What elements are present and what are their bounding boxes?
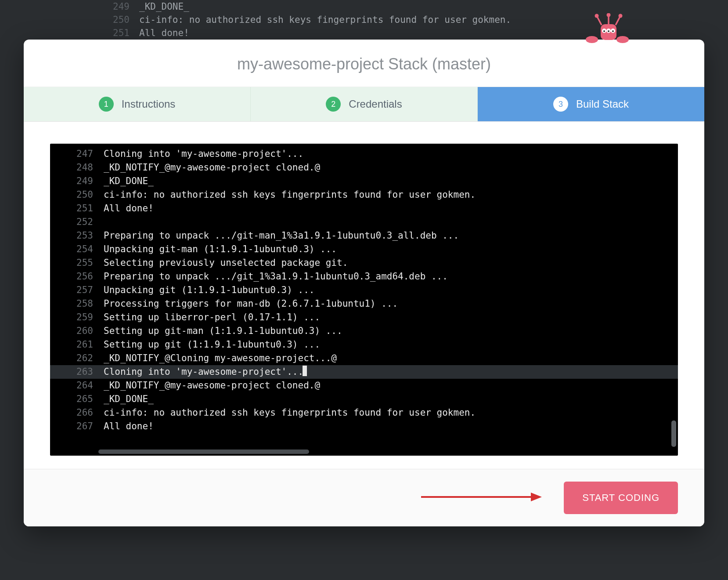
terminal-line: 254Unpacking git-man (1:1.9.1-1ubuntu0.3…: [50, 243, 678, 256]
terminal-line: 250ci-info: no authorized ssh keys finge…: [50, 188, 678, 202]
step-tabs: 1Instructions2Credentials3Build Stack: [24, 87, 704, 122]
step-tab-credentials[interactable]: 2Credentials: [251, 87, 478, 121]
terminal-line: 261Setting up git (1:1.9.1-1ubuntu0.3) .…: [50, 338, 678, 352]
build-terminal[interactable]: 247Cloning into 'my-awesome-project'...2…: [50, 144, 678, 456]
terminal-line: 262_KD_NOTIFY_@Cloning my-awesome-projec…: [50, 352, 678, 365]
terminal-line: 263Cloning into 'my-awesome-project'...: [50, 365, 678, 379]
svg-point-6: [607, 13, 611, 17]
terminal-line: 253Preparing to unpack .../git-man_1%3a1…: [50, 229, 678, 243]
terminal-line: 248_KD_NOTIFY_@my-awesome-project cloned…: [50, 161, 678, 174]
terminal-line: 249_KD_DONE_: [50, 174, 678, 188]
terminal-line: 247Cloning into 'my-awesome-project'...: [50, 147, 678, 161]
terminal-line: 257Unpacking git (1:1.9.1-1ubuntu0.3) ..…: [50, 283, 678, 297]
terminal-line: 252: [50, 215, 678, 229]
terminal-line: 264_KD_NOTIFY_@my-awesome-project cloned…: [50, 379, 678, 392]
svg-point-8: [619, 14, 623, 18]
svg-line-3: [597, 17, 602, 25]
svg-point-1: [616, 36, 629, 43]
svg-point-14: [612, 30, 614, 32]
vertical-scrollbar[interactable]: [671, 147, 676, 447]
terminal-line: 265_KD_DONE_: [50, 392, 678, 406]
mascot-icon: [577, 13, 638, 46]
start-coding-button[interactable]: START CODING: [564, 482, 678, 514]
step-label: Build Stack: [576, 98, 629, 110]
terminal-line: 260Setting up git-man (1:1.9.1-1ubuntu0.…: [50, 324, 678, 338]
terminal-line: 258Processing triggers for man-db (2.6.7…: [50, 297, 678, 311]
terminal-container: 247Cloning into 'my-awesome-project'...2…: [24, 122, 704, 469]
terminal-line: 259Setting up liberror-perl (0.17-1.1) .…: [50, 311, 678, 324]
modal-title: my-awesome-project Stack (master): [24, 40, 704, 87]
step-number: 3: [553, 97, 568, 112]
svg-marker-16: [531, 493, 542, 501]
svg-point-4: [595, 14, 599, 18]
svg-point-12: [603, 30, 605, 32]
terminal-line: 255Selecting previously unselected packa…: [50, 256, 678, 270]
svg-line-7: [616, 17, 620, 25]
step-label: Credentials: [349, 98, 402, 110]
modal-dialog: my-awesome-project Stack (master) 1Instr…: [24, 40, 704, 526]
step-label: Instructions: [122, 98, 176, 110]
modal-footer: START CODING: [24, 469, 704, 526]
terminal-line: 267All done!: [50, 420, 678, 433]
svg-point-0: [586, 36, 598, 43]
terminal-line: 251All done!: [50, 202, 678, 215]
step-tab-build-stack[interactable]: 3Build Stack: [478, 87, 704, 121]
step-number: 2: [326, 97, 341, 112]
terminal-line: 256Preparing to unpack .../git_1%3a1.9.1…: [50, 270, 678, 283]
modal-overlay: my-awesome-project Stack (master) 1Instr…: [0, 0, 728, 580]
svg-point-13: [608, 30, 609, 32]
horizontal-scrollbar[interactable]: [98, 450, 674, 454]
step-number: 1: [99, 97, 114, 112]
step-tab-instructions[interactable]: 1Instructions: [24, 87, 251, 121]
terminal-line: 266ci-info: no authorized ssh keys finge…: [50, 406, 678, 420]
annotation-arrow-icon: [419, 490, 542, 505]
